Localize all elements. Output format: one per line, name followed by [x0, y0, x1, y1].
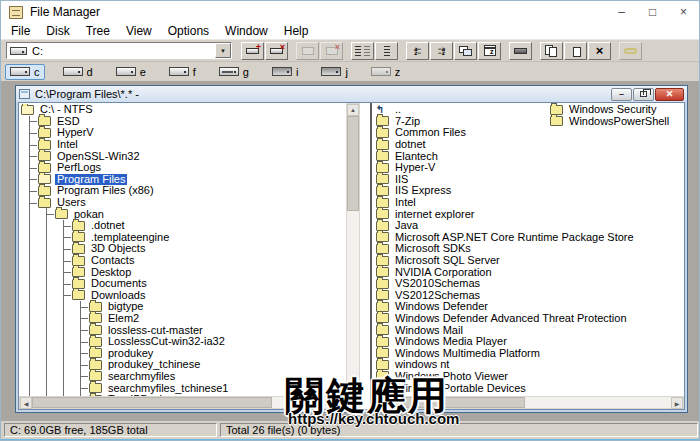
file-item-item[interactable]: ↰..	[376, 104, 550, 116]
new-window-button[interactable]	[454, 42, 477, 60]
pane-splitter[interactable]	[361, 103, 372, 409]
file-item-iis[interactable]: IIS	[376, 174, 550, 186]
file-item-common-files[interactable]: Common Files	[376, 127, 550, 139]
file-item-dotnet[interactable]: dotnet	[376, 139, 550, 151]
tree-item-program-files[interactable]: Program Files	[55, 174, 127, 185]
scroll-thumb[interactable]	[32, 397, 272, 408]
tree-item-templateengine[interactable]: .templateengine	[89, 232, 171, 243]
file-item-windows-defender-advanced-threat-protection[interactable]: Windows Defender Advanced Threat Protect…	[376, 313, 550, 325]
file-item-java[interactable]: Java	[376, 220, 550, 232]
file-item-windows-media-player[interactable]: Windows Media Player	[376, 336, 550, 348]
tree-item-bigtype[interactable]: bigtype	[106, 301, 145, 312]
close-button[interactable]: ×	[668, 1, 699, 23]
drive-button-e[interactable]: e	[111, 64, 151, 80]
delete-button[interactable]: ×	[588, 42, 611, 60]
tree-item-produkey[interactable]: produkey	[106, 348, 155, 359]
directory-window-titlebar[interactable]: C:\Program Files\*.* - – ✕	[16, 86, 687, 102]
file-item-iis-express[interactable]: IIS Express	[376, 185, 550, 197]
menu-item-options[interactable]: Options	[160, 24, 217, 38]
tree-guide-line	[21, 243, 38, 255]
copy-button[interactable]	[540, 42, 563, 60]
file-item-intel[interactable]: Intel	[376, 197, 550, 209]
file-item-microsoft-sql-server[interactable]: Microsoft SQL Server	[376, 255, 550, 267]
paste-button[interactable]	[564, 42, 587, 60]
file-label: Microsoft SDKs	[393, 243, 473, 254]
file-item-microsoft-sdks[interactable]: Microsoft SDKs	[376, 243, 550, 255]
drive-button-i[interactable]: i	[267, 64, 303, 80]
file-item-windows-security[interactable]: Windows Security	[550, 104, 685, 116]
tree-item-openssl-win32[interactable]: OpenSSL-Win32	[55, 151, 142, 162]
scroll-thumb[interactable]	[347, 116, 359, 211]
drive-button-j[interactable]: j	[316, 64, 352, 80]
tree-item-produkey-tchinese[interactable]: produkey_tchinese	[106, 359, 202, 370]
sort-date-button[interactable]: z	[478, 42, 501, 60]
tree-item-hyperv[interactable]: HyperV	[55, 127, 96, 138]
file-item-windows-defender[interactable]: Windows Defender	[376, 301, 550, 313]
menu-item-view[interactable]: View	[118, 24, 160, 38]
file-item-7-zip[interactable]: 7-Zip	[376, 116, 550, 128]
file-item-vs2012schemas[interactable]: VS2012Schemas	[376, 290, 550, 302]
file-item-windowspowershell[interactable]: WindowsPowerShell	[550, 116, 685, 128]
drive-button-f[interactable]: f	[164, 64, 201, 80]
child-close-button[interactable]: ✕	[655, 88, 684, 101]
drive-selector-combo[interactable]: C: ▼	[6, 42, 232, 59]
drive-letter: j	[345, 66, 347, 78]
tree-item-desktop[interactable]: Desktop	[89, 267, 133, 278]
combo-dropdown-arrow[interactable]: ▼	[215, 43, 231, 58]
view-details-button[interactable]	[351, 42, 374, 60]
scroll-right-arrow[interactable]: ▶	[671, 397, 683, 409]
tree-item-losslesscut-win32-ia32[interactable]: LosslessCut-win32-ia32	[106, 336, 227, 347]
tree-item-perflogs[interactable]: PerfLogs	[55, 162, 103, 173]
file-item-microsoft-asp-net-core-runtime-package-store[interactable]: Microsoft ASP.NET Core Runtime Package S…	[376, 232, 550, 244]
scroll-left-arrow[interactable]: ◀	[20, 397, 32, 409]
tree-item-program-files-x86[interactable]: Program Files (x86)	[55, 185, 156, 196]
sort-za-button[interactable]: −a −z	[430, 42, 453, 60]
tree-item-3d-objects[interactable]: 3D Objects	[89, 243, 147, 254]
tree-item-c-ntfs[interactable]: C:\ - NTFS	[38, 104, 95, 115]
sort-az-button[interactable]: a− z−	[406, 42, 429, 60]
tree-vertical-scrollbar[interactable]: ▲ ▼	[346, 103, 360, 396]
net-disconnect-button[interactable]: ×	[265, 42, 288, 60]
menu-item-help[interactable]: Help	[276, 24, 317, 38]
child-minimize-button[interactable]: –	[611, 88, 632, 101]
file-item-vs2010schemas[interactable]: VS2010Schemas	[376, 278, 550, 290]
drive-button-z[interactable]: z	[366, 64, 406, 80]
permissions-icon	[624, 48, 637, 54]
tree-guide-line	[38, 313, 55, 325]
child-restore-button[interactable]	[633, 88, 654, 101]
tree-item-searchmyfiles[interactable]: searchmyfiles	[106, 371, 177, 382]
tree-item-elem2[interactable]: Elem2	[106, 313, 141, 324]
drive-button-d[interactable]: d	[58, 64, 98, 80]
drive-button-g[interactable]: g	[214, 64, 254, 80]
tree-item-dotnet[interactable]: .dotnet	[89, 220, 127, 231]
file-item-internet-explorer[interactable]: internet explorer	[376, 208, 550, 220]
scroll-up-arrow[interactable]: ▲	[347, 104, 359, 116]
file-item-nvidia-corporation[interactable]: NVIDIA Corporation	[376, 266, 550, 278]
menu-item-window[interactable]: Window	[217, 24, 276, 38]
file-item-windows-mail[interactable]: Windows Mail	[376, 324, 550, 336]
tree-guide-line	[38, 371, 55, 383]
tree-item-intel[interactable]: Intel	[55, 139, 80, 150]
file-item-elantech[interactable]: Elantech	[376, 150, 550, 162]
map-drive-button[interactable]	[509, 42, 532, 60]
minimize-button[interactable]: –	[606, 1, 637, 23]
tree-row: 3D Objects	[21, 243, 346, 255]
menu-item-tree[interactable]: Tree	[78, 24, 118, 38]
menu-item-file[interactable]: File	[3, 24, 38, 38]
file-item-hyper-v[interactable]: Hyper-V	[376, 162, 550, 174]
tree-item-searchmyfiles-tchinese1[interactable]: searchmyfiles_tchinese1	[106, 383, 230, 394]
view-names-button[interactable]	[375, 42, 398, 60]
drive-button-c[interactable]: c	[5, 64, 45, 80]
tree-item-lossless-cut-master[interactable]: lossless-cut-master	[106, 325, 205, 336]
tree-item-esd[interactable]: ESD	[55, 116, 82, 127]
tree-item-downloads[interactable]: Downloads	[89, 290, 147, 301]
tree-row: Program Files	[21, 174, 346, 186]
tree-connector	[21, 162, 38, 174]
menu-item-disk[interactable]: Disk	[38, 24, 77, 38]
maximize-button[interactable]: □	[637, 1, 668, 23]
tree-item-contacts[interactable]: Contacts	[89, 255, 136, 266]
drive-icon-j	[321, 67, 341, 76]
tree-item-documents[interactable]: Documents	[89, 278, 149, 289]
file-item-windows-multimedia-platform[interactable]: Windows Multimedia Platform	[376, 347, 550, 359]
net-connect-button[interactable]: +	[241, 42, 264, 60]
